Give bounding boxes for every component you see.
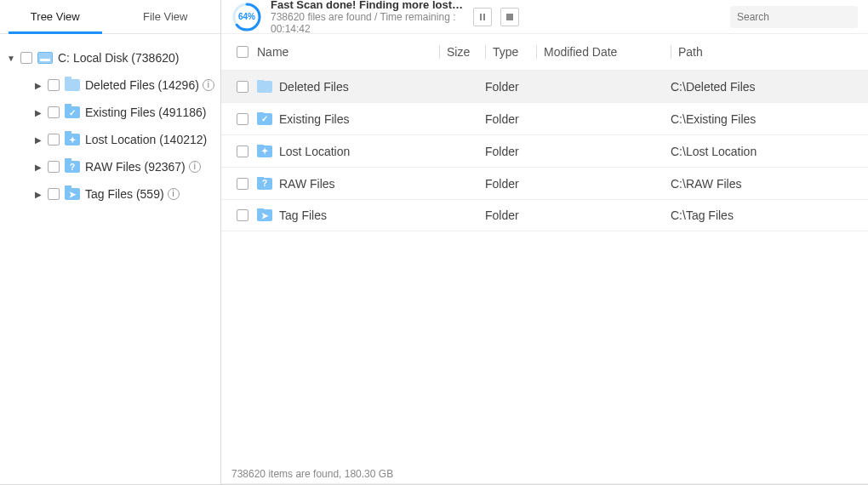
tree-item-label: Existing Files (491186) [85, 106, 206, 119]
table-row[interactable]: Existing Files Folder C:\Existing Files [221, 102, 868, 134]
tree-root[interactable]: ▼ C: Local Disk (738620) [0, 44, 220, 71]
row-checkbox[interactable] [237, 113, 248, 125]
row-type: Folder [485, 177, 536, 191]
tree-checkbox[interactable] [48, 161, 60, 173]
info-icon[interactable]: i [189, 161, 201, 173]
col-name[interactable]: Name [257, 45, 288, 59]
table-header: Name Size Type Modified Date Path [221, 34, 868, 70]
row-checkbox[interactable] [237, 178, 248, 190]
row-checkbox[interactable] [237, 209, 248, 221]
row-checkbox[interactable] [237, 146, 248, 157]
row-type: Folder [485, 208, 536, 222]
tree-view: ▼ C: Local Disk (738620) ▶ Deleted Files… [0, 34, 220, 484]
col-modified[interactable]: Modified Date [536, 45, 671, 59]
view-tabs: Tree View File View [0, 0, 220, 34]
caret-right-icon[interactable]: ▶ [31, 186, 46, 202]
pause-icon [480, 14, 485, 20]
search-box[interactable] [730, 6, 858, 28]
tree-item-label: Deleted Files (14296) [85, 78, 199, 92]
tree-root-label: C: Local Disk (738620) [58, 51, 179, 65]
row-name: Existing Files [279, 112, 349, 126]
stop-button[interactable] [500, 8, 519, 26]
progress-percent: 64% [231, 2, 262, 32]
row-type: Folder [485, 145, 536, 158]
info-icon[interactable]: i [168, 188, 180, 200]
caret-down-icon[interactable]: ▼ [3, 50, 19, 66]
root-checkbox[interactable] [20, 52, 32, 64]
tree-item-deleted[interactable]: ▶ Deleted Files (14296) i [0, 71, 220, 99]
tree-checkbox[interactable] [48, 134, 60, 146]
tree-item-label: Tag Files (559) [85, 187, 164, 201]
col-path[interactable]: Path [671, 45, 868, 59]
scan-progress-ring: 64% [231, 2, 262, 32]
folder-icon [65, 134, 80, 146]
tree-item-tag[interactable]: ▶ Tag Files (559) i [0, 180, 220, 208]
row-name: Deleted Files [279, 80, 349, 94]
pause-button[interactable] [473, 8, 492, 26]
tab-tree-view[interactable]: Tree View [0, 0, 111, 33]
table-row[interactable]: Tag Files Folder C:\Tag Files [221, 199, 868, 231]
row-path: C:\Tag Files [671, 208, 868, 222]
table-row[interactable]: Lost Location Folder C:\Lost Location [221, 134, 868, 167]
table-row[interactable]: RAW Files Folder C:\RAW Files [221, 167, 868, 199]
caret-right-icon[interactable]: ▶ [31, 77, 46, 93]
scan-status-sub: 738620 files are found / Time remaining … [271, 11, 465, 35]
tree-checkbox[interactable] [48, 106, 60, 118]
tree-checkbox[interactable] [48, 188, 60, 200]
tree-item-existing[interactable]: ▶ Existing Files (491186) [0, 99, 220, 126]
row-path: C:\Deleted Files [671, 80, 868, 94]
tree-item-label: RAW Files (92367) [85, 160, 186, 174]
folder-icon [257, 146, 272, 157]
row-name: Tag Files [279, 208, 327, 222]
table-row[interactable]: Deleted Files Folder C:\Deleted Files [221, 70, 868, 102]
tree-item-lost[interactable]: ▶ Lost Location (140212) [0, 126, 220, 153]
folder-icon [257, 113, 272, 125]
row-path: C:\RAW Files [671, 177, 868, 191]
search-input[interactable] [737, 11, 865, 23]
content-panel: 64% Fast Scan done! Finding more lost da… [221, 0, 868, 484]
row-type: Folder [485, 112, 536, 126]
select-all-checkbox[interactable] [237, 46, 248, 58]
caret-right-icon[interactable]: ▶ [31, 105, 46, 120]
row-path: C:\Existing Files [671, 112, 868, 126]
caret-right-icon[interactable]: ▶ [31, 132, 46, 147]
disk-icon [37, 52, 53, 64]
header-bar: 64% Fast Scan done! Finding more lost da… [221, 0, 868, 34]
row-checkbox[interactable] [237, 81, 248, 93]
caret-right-icon[interactable]: ▶ [31, 159, 46, 174]
col-type[interactable]: Type [485, 45, 536, 59]
folder-icon [65, 106, 80, 118]
folder-icon [257, 209, 272, 221]
tree-item-label: Lost Location (140212) [85, 133, 207, 146]
stop-icon [506, 14, 513, 20]
folder-icon [257, 81, 272, 93]
row-name: Lost Location [279, 145, 350, 158]
folder-icon [65, 188, 80, 200]
folder-icon [257, 178, 272, 190]
tab-file-view[interactable]: File View [111, 0, 221, 33]
folder-icon [65, 79, 80, 91]
info-icon[interactable]: i [203, 79, 214, 91]
status-bar: 738620 items are found, 180.30 GB [221, 464, 868, 484]
col-size[interactable]: Size [439, 45, 485, 59]
row-path: C:\Lost Location [671, 145, 868, 158]
sidebar: Tree View File View ▼ C: Local Disk (738… [0, 0, 221, 484]
tree-item-raw[interactable]: ▶ RAW Files (92367) i [0, 153, 220, 180]
file-table: Name Size Type Modified Date Path Delete… [221, 34, 868, 464]
row-type: Folder [485, 80, 536, 94]
folder-icon [65, 161, 80, 173]
tree-checkbox[interactable] [48, 79, 60, 91]
scan-status-title: Fast Scan done! Finding more lost data w… [271, 0, 465, 11]
row-name: RAW Files [279, 177, 335, 191]
